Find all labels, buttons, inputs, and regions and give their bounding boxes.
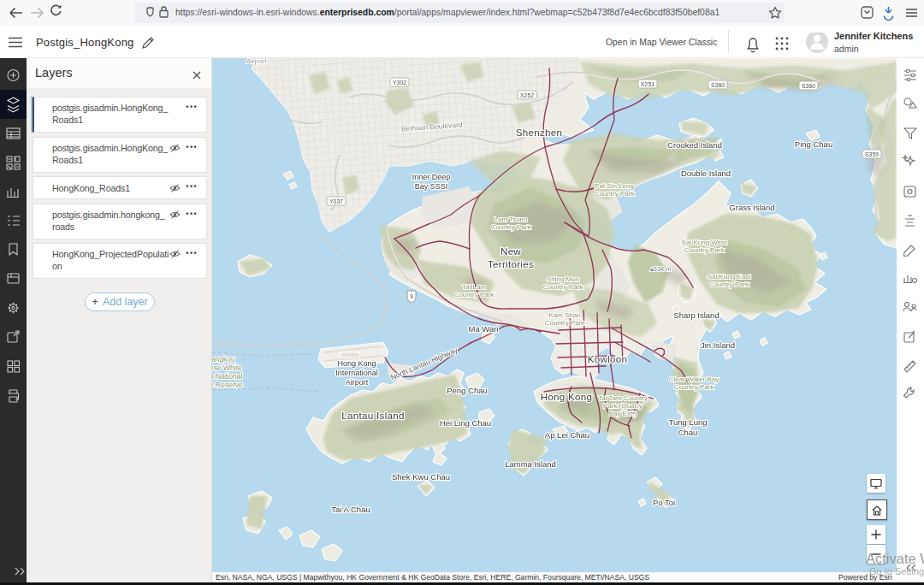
- svg-text:Country Park: Country Park: [454, 291, 495, 298]
- svg-text:Hong Kong: Hong Kong: [337, 359, 376, 368]
- svg-text:iangkou: iangkou: [212, 355, 235, 363]
- svg-text:Po Toi: Po Toi: [653, 498, 675, 507]
- svg-text:Shenzhen: Shenzhen: [516, 127, 563, 138]
- svg-text:Kam Shan: Kam Shan: [548, 311, 580, 319]
- svg-text:Country Park: Country Park: [674, 383, 715, 391]
- svg-text:Pat Sin Leng: Pat Sin Leng: [595, 182, 634, 190]
- svg-text:X252: X252: [520, 92, 534, 98]
- svg-text:Territories: Territories: [488, 258, 534, 269]
- svg-text:Chau: Chau: [678, 428, 698, 437]
- svg-text:Sharp Island: Sharp Island: [673, 310, 719, 320]
- svg-text:Sai Kung West: Sai Kung West: [682, 239, 728, 246]
- svg-text:Grass Island: Grass Island: [729, 203, 774, 212]
- svg-text:Jin Island: Jin Island: [701, 340, 735, 350]
- svg-text:Ap Lei Chau: Ap Lei Chau: [545, 430, 589, 440]
- svg-text:New: New: [500, 245, 521, 257]
- svg-text:Double Island: Double Island: [681, 168, 731, 178]
- svg-text:Tai Tam Country: Tai Tam Country: [598, 394, 648, 402]
- svg-text:S360: S360: [802, 83, 815, 89]
- svg-text:Clear Water Bay: Clear Water Bay: [669, 375, 719, 383]
- svg-text:Lamma Island: Lamma Island: [505, 459, 556, 469]
- svg-text:Airport: Airport: [346, 378, 369, 387]
- svg-text:International: International: [335, 369, 378, 377]
- svg-text:Crooked Island: Crooked Island: [667, 140, 722, 150]
- svg-text:n National: n National: [212, 372, 242, 381]
- svg-text:Tung Lung: Tung Lung: [668, 417, 707, 427]
- svg-text:Hei Ling Chau: Hei Ling Chau: [440, 418, 491, 428]
- svg-text:9: 9: [410, 293, 413, 299]
- svg-text:Country Park: Country Park: [595, 190, 636, 198]
- svg-text:Bay SSSI: Bay SSSI: [415, 182, 448, 191]
- svg-text:Y037: Y037: [329, 198, 343, 204]
- svg-text:Kowloon: Kowloon: [588, 353, 628, 364]
- svg-text:Shek Kwu Chau: Shek Kwu Chau: [392, 472, 450, 482]
- svg-text:Y302: Y302: [393, 80, 406, 86]
- svg-text:▴634 m: ▴634 m: [650, 265, 672, 273]
- svg-text:S359: S359: [865, 151, 879, 157]
- svg-text:Tai A Chau: Tai A Chau: [331, 505, 370, 514]
- svg-text:X251: X251: [641, 81, 654, 87]
- svg-text:Lantau Island: Lantau Island: [341, 410, 405, 421]
- svg-text:Lam Tsuen: Lam Tsuen: [495, 216, 528, 223]
- svg-text:Country Park: Country Park: [684, 246, 726, 254]
- svg-text:Ma Wan: Ma Wan: [468, 324, 498, 334]
- svg-text:S360: S360: [711, 82, 725, 88]
- svg-text:Bay Ext.): Bay Ext.): [609, 410, 637, 417]
- svg-text:Country Park: Country Park: [709, 281, 750, 288]
- svg-text:Airport: Airport: [246, 58, 267, 65]
- svg-text:e Reserve: e Reserve: [212, 381, 243, 389]
- svg-text:Inner Deep: Inner Deep: [412, 173, 451, 181]
- svg-text:Ping Chau: Ping Chau: [795, 139, 832, 149]
- svg-text:Country Park: Country Park: [491, 223, 532, 231]
- svg-text:Sai Kung East: Sai Kung East: [708, 273, 751, 281]
- svg-text:ese White: ese White: [212, 363, 242, 372]
- svg-text:Park (Quarry: Park (Quarry: [603, 402, 643, 410]
- svg-text:Country Park: Country Park: [545, 319, 586, 327]
- svg-text:Country Park: Country Park: [543, 283, 584, 291]
- svg-text:Shing Mun: Shing Mun: [547, 275, 579, 283]
- svg-text:Hong Kong: Hong Kong: [541, 391, 593, 402]
- svg-text:Tai Lam: Tai Lam: [462, 283, 486, 291]
- svg-text:Peng Chau: Peng Chau: [447, 386, 488, 395]
